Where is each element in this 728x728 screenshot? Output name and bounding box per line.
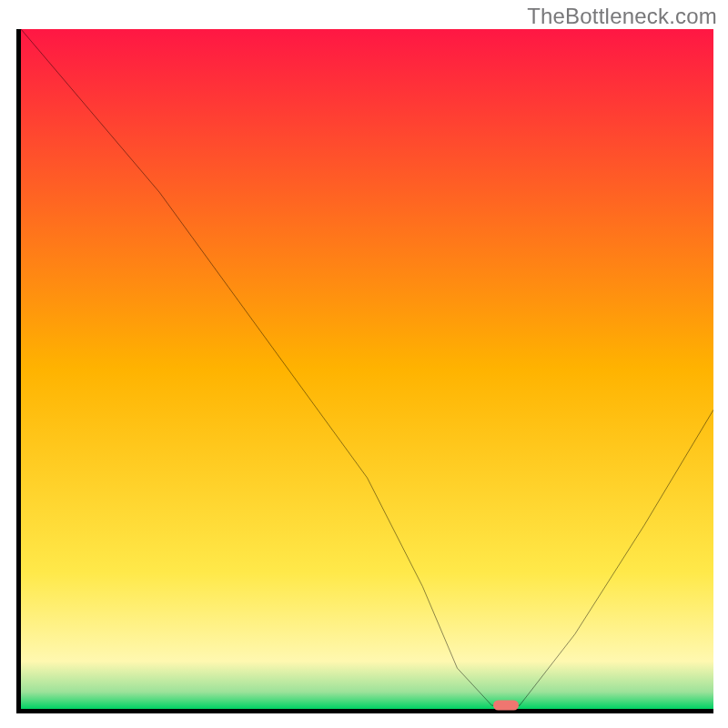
chart-container: TheBottleneck.com xyxy=(0,0,728,728)
plot-area xyxy=(16,29,713,713)
background-gradient xyxy=(21,29,713,709)
optimal-marker xyxy=(493,701,519,711)
watermark-text: TheBottleneck.com xyxy=(527,4,717,29)
svg-rect-0 xyxy=(21,29,713,709)
